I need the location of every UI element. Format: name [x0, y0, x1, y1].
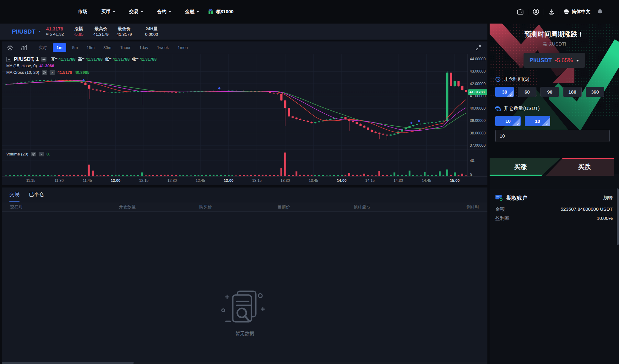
time-option-90[interactable]: 90: [540, 87, 559, 97]
check-icon: ✓: [509, 93, 513, 97]
buy-actions: 买涨 买跌: [490, 158, 614, 176]
svg-text:13:45: 13:45: [309, 178, 318, 183]
volume-close-icon[interactable]: ×: [39, 152, 44, 156]
ma-cross-settings-gear-icon[interactable]: [42, 70, 47, 75]
bonus-label: 领$1000: [216, 9, 234, 15]
collapse-icon[interactable]: –: [6, 57, 11, 62]
low-value: 41.31788: [113, 57, 130, 62]
stat-label: 24H量: [145, 26, 158, 32]
interval-selector: 实时 1m 5m 15m 30m 1hour 1day 1week 1mon: [36, 43, 191, 52]
promo-title: 预测时间周期涨跌！: [490, 30, 619, 39]
download-app-icon[interactable]: [548, 9, 554, 15]
svg-text:40.: 40.: [470, 159, 475, 163]
svg-text:43.00000: 43.00000: [470, 69, 486, 73]
chevron-down-icon: [141, 11, 143, 14]
time-option-label: 60: [524, 89, 530, 95]
globe-icon: [563, 9, 569, 15]
svg-text:41.31788: 41.31788: [470, 90, 485, 94]
interval-5m[interactable]: 5m: [69, 44, 81, 52]
menu-trade-label: 交易: [129, 9, 138, 15]
balance-label: 余额: [495, 206, 505, 212]
indicator-icon[interactable]: [21, 45, 28, 51]
col-amount: 开仓数量: [88, 204, 166, 210]
menu-finance[interactable]: 金融: [185, 9, 199, 15]
amount-option-1[interactable]: 10✓: [495, 116, 521, 126]
svg-text:13:00: 13:00: [224, 178, 234, 183]
transfer-link[interactable]: 划转: [603, 195, 613, 201]
bonus-button[interactable]: 领$1000: [208, 9, 234, 15]
gift-icon: [208, 9, 214, 15]
chevron-down-icon: [113, 11, 115, 14]
ma-cross-fast-value: 41.5178: [57, 70, 72, 75]
stat-low: 最低价 41.3179: [117, 26, 132, 37]
tab-closed-trades[interactable]: 已平仓: [29, 191, 44, 202]
amount-option-2[interactable]: 10✓: [525, 116, 550, 126]
empty-state: 暂无数据: [2, 288, 487, 337]
chart-toolbar: 实时 1m 5m 15m 30m 1hour 1day 1week 1mon: [2, 41, 487, 54]
menu-market[interactable]: 市场: [78, 9, 87, 15]
interval-15m[interactable]: 15m: [84, 44, 97, 52]
fullscreen-icon[interactable]: [475, 44, 482, 51]
price-block: 41.3179 ≈ $ 41.32: [46, 26, 64, 37]
symbol-settings-gear-icon[interactable]: [41, 57, 46, 62]
account-card-icon: [495, 195, 503, 201]
svg-text:12:30: 12:30: [167, 178, 177, 183]
interval-1mon[interactable]: 1mon: [175, 44, 191, 52]
col-pair: 交易对: [10, 204, 88, 210]
stat-volume: 24H量 0.0000: [145, 26, 158, 37]
ma-value: 41.3066: [40, 63, 54, 68]
pair-dropdown[interactable]: PI/USDT -5.65%: [524, 53, 585, 68]
options-account-panel: 期权账户 划转 余额 523507.84800000 USDT 盈利率 10.0…: [490, 189, 619, 221]
low-label: 低=: [105, 57, 111, 62]
svg-text:11:15: 11:15: [26, 178, 35, 183]
positions-tabs: 交易 已平仓: [9, 191, 44, 202]
interval-1day[interactable]: 1day: [137, 44, 151, 52]
profit-rate-row: 盈利率 10.00%: [495, 215, 613, 221]
empty-state-text: 暂无数据: [2, 331, 487, 337]
language-label: 简体中文: [572, 9, 590, 15]
stat-value: 41.3179: [93, 32, 109, 37]
check-icon: ✓: [516, 122, 519, 126]
col-current-price: 当前价: [245, 204, 323, 210]
notifications-bell-icon[interactable]: [597, 9, 603, 15]
volume-legend: Volume (20) × 0.: [6, 151, 50, 157]
interval-1week[interactable]: 1week: [154, 44, 172, 52]
svg-text:42.00000: 42.00000: [470, 82, 486, 86]
svg-text:13:15: 13:15: [252, 178, 262, 183]
language-switcher[interactable]: 简体中文: [563, 9, 590, 15]
trading-app: 市场 买币 交易 合约 金融 领$1000 简体中文 PI/USDT: [0, 0, 619, 364]
ma-cross-slow-value: 40.8985: [75, 70, 90, 75]
chevron-down-icon: [576, 60, 579, 63]
time-option-360[interactable]: 360: [586, 87, 604, 97]
ma-cross-close-icon[interactable]: ×: [50, 70, 55, 75]
tab-open-trades[interactable]: 交易: [9, 191, 19, 202]
interval-1m[interactable]: 1m: [53, 43, 66, 52]
stat-value: 0.0000: [145, 32, 158, 37]
time-option-label: 90: [547, 89, 552, 95]
account-icon[interactable]: [533, 8, 539, 15]
time-option-180[interactable]: 180: [563, 87, 582, 97]
volume-settings-gear-icon[interactable]: [31, 152, 36, 156]
chart-settings-gear-icon[interactable]: [7, 45, 13, 51]
menu-finance-label: 金融: [185, 9, 194, 15]
horizontal-scrollbar-thumb[interactable]: [2, 362, 134, 364]
close-value: 41.31788: [140, 57, 157, 62]
chevron-down-icon: [38, 31, 41, 34]
pair-selector[interactable]: PI/USDT: [12, 28, 41, 35]
svg-text:14:45: 14:45: [422, 178, 431, 183]
interval-1hour[interactable]: 1hour: [117, 44, 133, 52]
interval-realtime[interactable]: 实时: [36, 43, 50, 52]
menu-contract[interactable]: 合约: [157, 9, 171, 15]
svg-text:12:45: 12:45: [196, 178, 205, 183]
interval-30m[interactable]: 30m: [100, 44, 114, 52]
menu-trade[interactable]: 交易: [129, 9, 143, 15]
time-option-label: 30: [502, 89, 507, 95]
amount-input[interactable]: [495, 130, 610, 142]
col-estimated-pnl: 预计盈亏: [323, 204, 401, 210]
svg-text:38.00000: 38.00000: [470, 131, 486, 135]
time-option-60[interactable]: 60: [518, 87, 536, 97]
time-option-30[interactable]: 30✓: [495, 87, 514, 97]
positions-table-header: 交易对 开仓数量 购买价 当前价 预计盈亏 倒计时: [2, 202, 487, 212]
wallet-icon[interactable]: [517, 9, 524, 15]
menu-buy-coin[interactable]: 买币: [101, 9, 115, 15]
